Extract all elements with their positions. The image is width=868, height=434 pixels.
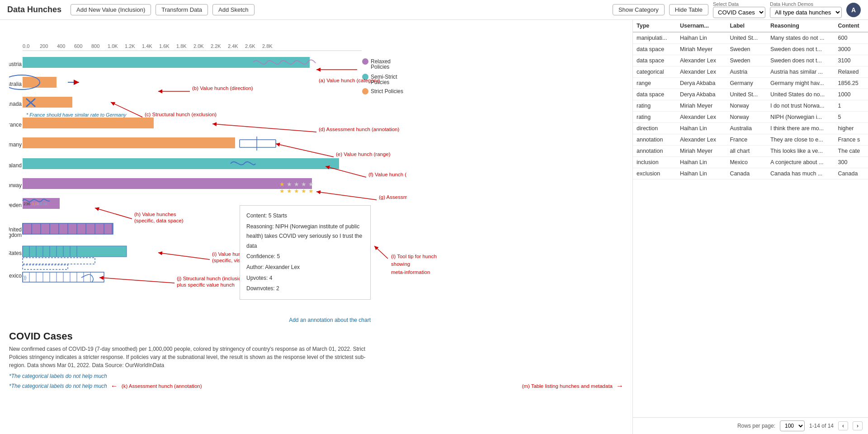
table-row[interactable]: directionHaihan LinAustraliaI think ther… (633, 123, 868, 134)
cell-label: Canada (726, 168, 767, 179)
cell-content: 5 (835, 112, 868, 123)
cell-reasoning: Canada has much ... (767, 168, 835, 179)
right-panel: Type Usernam... Label Reasoning Content … (633, 20, 868, 434)
cell-content: 3100 (835, 55, 868, 66)
cell-type: exclusion (633, 168, 676, 179)
cell-reasoning: United States do no... (767, 89, 835, 100)
table-row[interactable]: ratingMiriah MeyerNorwayI do not trust N… (633, 100, 868, 112)
pagination-info: 1-14 of 14 (809, 423, 834, 429)
add-sketch-button[interactable]: Add Sketch (212, 4, 255, 15)
cell-username: Haihan Lin (676, 123, 726, 134)
demos-group: Data Hunch Demos All type data hunches (770, 1, 842, 18)
annotation-k: (k) Assessment hunch (annotation) (122, 383, 202, 389)
prev-page-button[interactable]: ‹ (838, 421, 848, 430)
col-label: Label (726, 20, 767, 32)
svg-text:3.1k: 3.1k (40, 202, 48, 206)
svg-line-99 (212, 124, 316, 132)
svg-text:(specific, data space): (specific, data space) (134, 218, 184, 223)
table-row[interactable]: data spaceMiriah MeyerSwedenSweden does … (633, 44, 868, 55)
chart-svg-container: 0.0 200 400 600 800 1.0K 1.2K 1.4K 1.6K … (9, 24, 623, 323)
table-row[interactable]: data spaceAlexander LexSwedenSweden does… (633, 55, 868, 66)
tooltip-content: Content: 5 Starts (246, 211, 364, 221)
next-page-button[interactable]: › (853, 421, 863, 430)
cell-type: data space (633, 44, 676, 55)
header-right: Show Category Hide Table Select Data COV… (613, 1, 861, 18)
app-title: Data Hunches (7, 5, 61, 14)
cell-type: annotation (633, 134, 676, 146)
bar-norway[interactable] (23, 178, 312, 189)
svg-text:(c) Structural hunch (exclusio: (c) Structural hunch (exclusion) (145, 112, 217, 117)
cell-label: Austria (726, 66, 767, 78)
table-row[interactable]: categoricalAlexander LexAustriaAustria h… (633, 66, 868, 78)
add-new-value-button[interactable]: Add New Value (Inclusion) (71, 4, 151, 15)
svg-rect-72 (23, 258, 95, 264)
show-category-button[interactable]: Show Category (613, 4, 665, 15)
chart-note-text: *The categorical labels do not help much (9, 383, 107, 389)
svg-text:236: 236 (24, 202, 30, 206)
cell-reasoning: This looks like a ve... (767, 146, 835, 157)
svg-text:600: 600 (74, 43, 82, 49)
cell-label: Australia (726, 123, 767, 134)
svg-text:1.6K: 1.6K (159, 43, 170, 49)
svg-text:2.0K: 2.0K (193, 43, 204, 49)
tooltip-upvotes: Upvotes: 4 (246, 274, 364, 283)
table-row[interactable]: annotationMiriah Meyerall chartThis look… (633, 146, 868, 157)
svg-text:Sweden: Sweden (9, 202, 22, 208)
bar-newzealand[interactable] (23, 158, 339, 169)
tooltip-author: Author: Alexander Lex (246, 263, 364, 273)
svg-text:800: 800 (91, 43, 99, 49)
svg-text:France: France (9, 122, 22, 128)
table-row[interactable]: rangeDerya AkbabaGermanyGermany might ha… (633, 78, 868, 89)
svg-text:★: ★ (308, 188, 314, 194)
svg-text:Policies: Policies (371, 64, 389, 70)
svg-text:1.8K: 1.8K (176, 43, 187, 49)
demos-dropdown[interactable]: All type data hunches (770, 7, 842, 18)
cell-username: Derya Akbaba (676, 89, 726, 100)
table-row[interactable]: ratingAlexander LexNorwayNIPH (Norwegian… (633, 112, 868, 123)
table-row[interactable]: data spaceDerya AkbabaUnited St...United… (633, 89, 868, 100)
svg-text:Mexico: Mexico (9, 273, 22, 279)
main-layout: 0.0 200 400 600 800 1.0K 1.2K 1.4K 1.6K … (0, 20, 868, 434)
table-row[interactable]: annotationAlexander LexFranceThey are cl… (633, 134, 868, 146)
rows-per-page-select[interactable]: 100 (780, 420, 805, 431)
cell-content: 300 (835, 157, 868, 168)
app-header: Data Hunches Add New Value (Inclusion) T… (0, 0, 868, 20)
cell-content: 1856.25 (835, 78, 868, 89)
cell-username: Alexander Lex (676, 55, 726, 66)
add-annotation-link[interactable]: Add an annotation about the chart (9, 317, 375, 323)
svg-line-102 (316, 192, 377, 200)
cell-username: Miriah Meyer (676, 146, 726, 157)
table-scroll[interactable]: Type Usernam... Label Reasoning Content … (633, 20, 868, 417)
svg-text:1.4K: 1.4K (142, 43, 152, 49)
svg-text:plus specific value hunch: plus specific value hunch (177, 282, 235, 288)
cell-reasoning: I think there are mo... (767, 123, 835, 134)
svg-text:(a) Value hunch (category): (a) Value hunch (category) (319, 78, 380, 83)
bar-france[interactable] (23, 118, 154, 128)
bottom-arrow-left: ← (111, 382, 118, 390)
bar-us[interactable] (23, 246, 127, 257)
bottom-arrow-right: → (616, 382, 623, 390)
cell-reasoning: NIPH (Norwegian i... (767, 112, 835, 123)
hide-table-button[interactable]: Hide Table (669, 4, 708, 15)
transform-data-button[interactable]: Transform Data (156, 4, 208, 15)
svg-text:Kingdom: Kingdom (9, 232, 22, 238)
tooltip-reasoning: Reasoning: NIPH (Norwegian institute of … (246, 222, 364, 251)
cell-username: Haihan Lin (676, 168, 726, 179)
cell-reasoning: Germany might hav... (767, 78, 835, 89)
cell-content: 1000 (835, 89, 868, 100)
table-row[interactable]: manipulati...Haihan LinUnited St...Many … (633, 32, 868, 44)
demos-label: Data Hunch Demos (770, 1, 842, 7)
cell-username: Haihan Lin (676, 32, 726, 44)
bar-germany[interactable] (23, 137, 235, 148)
table-row[interactable]: exclusionHaihan LinCanadaCanada has much… (633, 168, 868, 179)
svg-text:1.0K: 1.0K (108, 43, 118, 49)
cell-username: Alexander Lex (676, 66, 726, 78)
table-header-row: Type Usernam... Label Reasoning Content (633, 20, 868, 32)
col-type: Type (633, 20, 676, 32)
svg-text:Norway: Norway (9, 182, 22, 189)
avatar[interactable]: A (846, 3, 861, 17)
table-row[interactable]: inclusionHaihan LinMexicoA conjecture ab… (633, 157, 868, 168)
select-data-dropdown[interactable]: COVID Cases (713, 7, 765, 18)
svg-text:★: ★ (294, 188, 299, 194)
cell-reasoning: A conjecture about ... (767, 157, 835, 168)
